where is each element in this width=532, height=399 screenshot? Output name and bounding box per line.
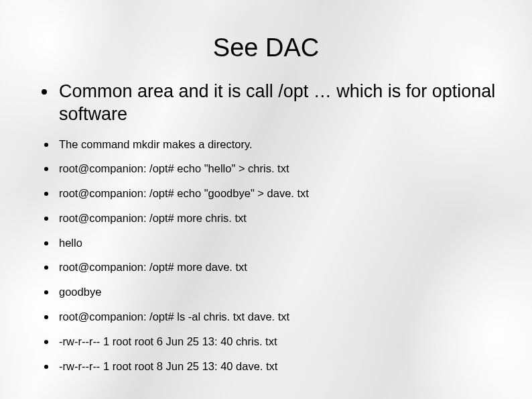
list-item: goodbye	[32, 286, 519, 299]
list-item: root@companion: /opt# ls -al chris. txt …	[32, 310, 519, 324]
slide-content: Common area and it is call /opt … which …	[32, 80, 519, 384]
slide: See DAC Common area and it is call /opt …	[0, 0, 532, 399]
list-item: root@companion: /opt# echo "goodbye" > d…	[32, 187, 519, 201]
list-item: hello	[32, 237, 519, 250]
list-item: root@companion: /opt# more dave. txt	[32, 261, 519, 274]
list-item: The command mkdir makes a directory.	[32, 138, 519, 152]
slide-title: See DAC	[0, 34, 532, 62]
list-item: -rw-r--r-- 1 root root 8 Jun 25 13: 40 d…	[32, 360, 519, 374]
list-item: -rw-r--r-- 1 root root 6 Jun 25 13: 40 c…	[32, 335, 519, 349]
bullet-list: Common area and it is call /opt … which …	[32, 80, 519, 373]
lead-bullet: Common area and it is call /opt … which …	[32, 80, 519, 126]
list-item: root@companion: /opt# echo "hello" > chr…	[32, 162, 519, 176]
list-item: root@companion: /opt# more chris. txt	[32, 212, 519, 225]
